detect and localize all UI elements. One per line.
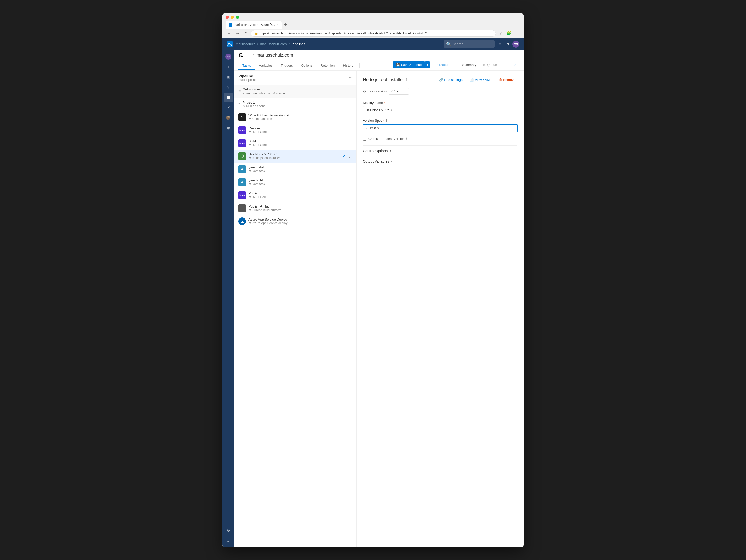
sidebar-icon-extensions[interactable]: ⊕ [224,123,233,133]
task-subtitle-publish-artifact: ⚑ Publish build artifacts [249,208,352,212]
address-bar[interactable]: 🔒 https://mariusschulz.visualstudio.com/… [251,30,496,37]
phase-list-icon: ≡ [238,102,240,106]
panel-title: Node.js tool installer [363,77,404,82]
tab-title: mariusschulz.com - Azure Dev... [234,23,275,27]
bookmark-button[interactable]: ☆ [498,30,504,36]
task-name-write-git-hash: Write Git hash to version.txt [249,113,352,117]
task-item-yarn-install[interactable]: ● yarn install ⚑ Yarn task [234,163,356,176]
task-subtitle-restore: ⚑ .NET Core [249,130,352,134]
check-latest-checkbox[interactable] [363,137,366,141]
discard-button[interactable]: ↩ Discard [432,61,454,68]
queue-icon: ▷ [484,63,486,66]
back-button[interactable]: ← [226,30,232,36]
menu-button[interactable]: ⋮ [514,30,520,36]
save-queue-dropdown-button[interactable]: ▾ [425,61,430,68]
get-sources-item[interactable]: ≡ Get sources ⑂ mariusschulz.com ⑂ [234,85,356,98]
task-item-publish-artifact[interactable]: ↑ Publish Artifact ⚑ Publish build artif… [234,202,356,215]
task-item-azure-app-service[interactable]: ☁ Azure App Service Deploy ⚑ Azure App S… [234,215,356,228]
task-icon-build: dotnet [238,139,246,147]
avatar[interactable]: MS [512,40,519,48]
sidebar-icon-repos[interactable]: ⑂ [224,83,233,92]
task-more-button-use-node[interactable]: ⋮ [347,153,352,159]
tab-options[interactable]: Options [297,61,317,70]
task-name-azure-app-service: Azure App Service Deploy [249,218,352,221]
link-settings-button[interactable]: 🔗 Link settings [437,77,465,83]
task-item-use-node[interactable]: ⬡ Use Node >=12.0.0 ⚑ Node.js tool insta… [234,150,356,163]
summary-button[interactable]: ≣ Summary [456,61,479,68]
remove-button[interactable]: 🗑 Remove [497,77,517,83]
list-view-button[interactable]: ≡ [498,40,502,48]
task-icon-restore: dotnet [238,127,246,134]
task-subtitle-azure-app-service: ⚑ Azure App Service deploy [249,221,352,225]
task-icon-publish-artifact: ↑ [238,204,246,212]
phase-add-button[interactable]: + [349,102,352,107]
breadcrumb-org[interactable]: mariusschulz [236,42,255,46]
reload-button[interactable]: ↻ [243,30,249,36]
tab-tasks[interactable]: Tasks [238,61,255,70]
tab-retention[interactable]: Retention [316,61,339,70]
panel-info-button[interactable]: ℹ [406,78,407,82]
task-item-build[interactable]: dotnet Build ⚑ .NET Core [234,137,356,150]
sidebar-icon-add[interactable]: + [224,62,233,72]
sidebar-icon-collapse[interactable]: » [224,536,233,545]
sidebar-icon-pipelines[interactable] [224,93,233,102]
left-panel: Pipeline Build pipeline ··· ≡ Get source… [234,71,357,547]
pipeline-more-button[interactable]: ··· [349,75,352,80]
phase-header: ≡ Phase 1 ⚙ Run on agent + [234,98,356,111]
main-content: MS + ⊞ ⑂ ✓ 📦 ⊕ ⚙ » 🏗 [223,50,523,547]
tab-history[interactable]: History [339,61,357,70]
basket-button[interactable]: 🗂 [504,40,510,48]
branch-icon: ⑂ [273,92,275,95]
address-bar-row: ← → ↻ 🔒 https://mariusschulz.visualstudi… [223,29,523,38]
breadcrumb-more-button[interactable]: ··· [245,53,251,58]
forward-button[interactable]: → [234,30,241,36]
view-yaml-button[interactable]: 📄 View YAML [468,77,494,83]
browser-tab-active[interactable]: mariusschulz.com - Azure Dev... × [226,21,282,29]
traffic-light-yellow[interactable] [231,16,234,19]
traffic-light-green[interactable] [236,16,239,19]
get-sources-list-icon: ≡ [238,89,240,93]
summary-icon: ≣ [458,63,461,66]
tab-close-button[interactable]: × [277,23,279,27]
version-spec-input[interactable] [363,124,517,132]
breadcrumb-current: Pipelines [292,42,305,46]
more-options-button[interactable]: ··· [501,61,510,68]
task-name-build: Build [249,139,352,143]
sidebar-icon-avatar[interactable]: MS [224,52,233,61]
traffic-light-red[interactable] [226,16,229,19]
sidebar-icon-boards[interactable]: ⊞ [224,73,233,82]
toolbar-actions: 💾 Save & queue ▾ ↩ Discard ≣ [393,61,519,71]
tab-variables[interactable]: Variables [255,61,277,70]
output-variables-header[interactable]: Output Variables ▾ [363,159,517,163]
header-search[interactable]: 🔍 [444,40,495,48]
task-icon-azure-app-service: ☁ [238,218,246,225]
get-sources-branch: ⑂ master [273,92,285,95]
output-variables-section: Output Variables ▾ [363,156,517,166]
task-item-yarn-build[interactable]: ● yarn build ⚑ Yarn task [234,176,356,189]
sidebar-icon-artifacts[interactable]: 📦 [224,113,233,122]
expand-button[interactable]: ⤢ [512,61,519,68]
task-item-write-git-hash[interactable]: $ Write Git hash to version.txt ⚑ Comman… [234,111,356,124]
display-name-input[interactable] [363,106,517,114]
new-tab-button[interactable]: + [282,22,289,27]
app-logo[interactable] [227,41,233,47]
task-item-restore[interactable]: dotnet Restore ⚑ .NET Core [234,124,356,137]
check-latest-info-button[interactable]: ℹ [406,137,407,141]
task-item-publish[interactable]: dotnet Publish ⚑ .NET Core [234,189,356,202]
version-spec-info-button[interactable]: ℹ [386,119,387,123]
extensions-button[interactable]: 🧩 [505,30,513,36]
check-latest-label[interactable]: Check for Latest Version ℹ [368,137,407,141]
task-version-select[interactable]: 0.* ▾ [389,88,409,95]
save-icon: 💾 [396,63,400,66]
search-input[interactable] [453,42,489,46]
sidebar-icon-testplans[interactable]: ✓ [224,103,233,112]
tab-triggers[interactable]: Triggers [277,61,297,70]
sidebar-icon-settings[interactable]: ⚙ [224,526,233,535]
control-options-chevron-icon: ▾ [390,149,391,152]
save-queue-button[interactable]: 💾 Save & queue [393,61,425,68]
control-options-header[interactable]: Control Options ▾ [363,149,517,153]
breadcrumb-project[interactable]: mariusschulz.com [260,42,287,46]
display-name-group: Display name * [363,101,517,114]
queue-button[interactable]: ▷ Queue [481,61,499,68]
task-subtitle-yarn-build: ⚑ Yarn task [249,182,352,186]
